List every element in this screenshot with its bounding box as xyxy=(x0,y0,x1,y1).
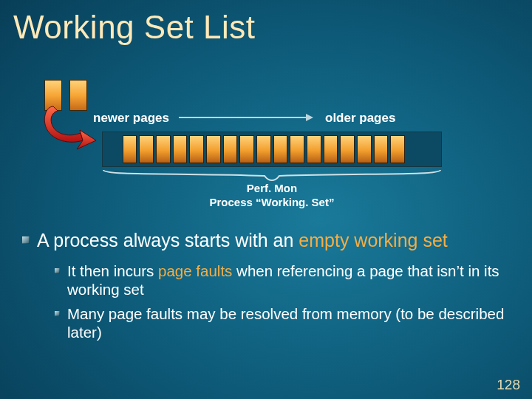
perfmon-caption: Perf. Mon Process “Working. Set” xyxy=(102,182,442,210)
array-slot-page xyxy=(340,135,355,163)
older-pages-label: older pages xyxy=(325,111,395,126)
array-slot-page xyxy=(139,135,154,163)
bullet-text: Many page faults may be resolved from me… xyxy=(67,304,510,341)
array-slot-page xyxy=(256,135,271,163)
highlight-text: page faults xyxy=(158,262,232,279)
working-set-diagram: newer pages older pages Perf. Mon Proces… xyxy=(22,74,510,207)
array-slot-page xyxy=(307,135,321,163)
bullet-level2: Many page faults may be resolved from me… xyxy=(55,304,510,341)
bullet-level1: A process always starts with an empty wo… xyxy=(22,229,510,251)
text: It then incurs xyxy=(67,262,158,279)
text: A process always starts with an xyxy=(37,230,299,250)
perfmon-line2: Process “Working. Set” xyxy=(210,196,335,208)
working-set-array xyxy=(102,132,442,167)
array-slot-page xyxy=(357,135,372,163)
array-slot-page xyxy=(273,135,288,163)
array-slot-page xyxy=(123,135,137,163)
bullet-marker-icon xyxy=(22,236,30,244)
page-number: 128 xyxy=(497,377,520,393)
insert-arrow-icon xyxy=(40,100,99,152)
array-slot-page xyxy=(390,135,405,163)
slide: Working Set List newer pages older pages… xyxy=(0,0,532,399)
newer-pages-label: newer pages xyxy=(93,111,169,126)
array-slot-page xyxy=(173,135,188,163)
bullet-text: It then incurs page faults when referenc… xyxy=(67,262,510,299)
array-slot-page xyxy=(206,135,221,163)
array-slot-page xyxy=(239,135,254,163)
bullet-marker-icon xyxy=(55,268,60,273)
highlight-text: empty working set xyxy=(299,230,447,250)
array-slot-page xyxy=(223,135,238,163)
direction-arrow-icon xyxy=(179,117,312,118)
array-slot-page xyxy=(290,135,304,163)
bullet-text: A process always starts with an empty wo… xyxy=(37,229,448,251)
perfmon-line1: Perf. Mon xyxy=(247,182,297,194)
bullet-list: A process always starts with an empty wo… xyxy=(22,229,510,347)
brace-icon xyxy=(102,168,442,182)
bullet-marker-icon xyxy=(55,311,60,316)
slide-title: Working Set List xyxy=(13,9,256,46)
array-slot-page xyxy=(156,135,171,163)
bullet-level2: It then incurs page faults when referenc… xyxy=(55,262,510,299)
array-slot-page xyxy=(189,135,204,163)
array-slot-page xyxy=(374,135,389,163)
array-slot-page xyxy=(324,135,338,163)
